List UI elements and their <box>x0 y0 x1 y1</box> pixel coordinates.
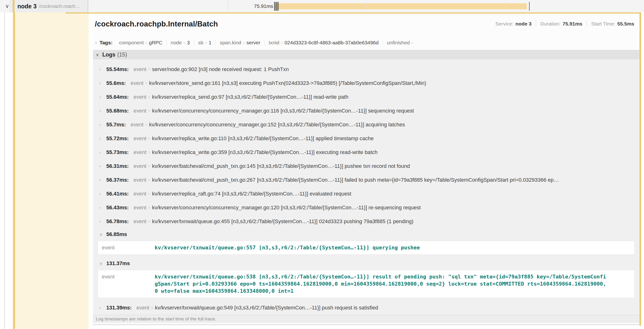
tags-label: Tags: <box>100 40 112 46</box>
span-duration-bar[interactable] <box>275 3 526 9</box>
tag-key: txnid <box>268 40 279 45</box>
left-divider <box>4 0 5 329</box>
log-field-value: kv/kvserver/concurrency/concurrency_mana… <box>149 122 405 128</box>
tag-item[interactable]: node=3 <box>166 39 194 46</box>
chevron-right-icon[interactable]: › <box>100 109 104 113</box>
log-entry-row[interactable]: ›56.31ms:event=kv/kvserver/batcheval/cmd… <box>93 159 640 173</box>
chevron-down-icon[interactable]: ∨ <box>100 261 104 266</box>
log-timestamp: 56.43ms: <box>106 204 129 211</box>
chevron-right-icon[interactable]: › <box>100 81 104 85</box>
tag-key: unfinished <box>387 40 410 45</box>
meta-separator <box>586 21 587 27</box>
span-row-tint-column <box>13 12 89 329</box>
log-field-key: event <box>134 108 146 114</box>
tag-equals: = <box>411 41 414 45</box>
log-field-key: event <box>134 204 146 211</box>
chevron-right-icon[interactable]: › <box>100 192 104 196</box>
log-field-value: kv/kvserver/txnwait/queue.go:557 [n3,s3,… <box>155 244 427 251</box>
log-keyvalue-table: eventkv/kvserver/txnwait/queue.go:557 [n… <box>98 241 635 254</box>
span-operation-name: /cockroach.roach… <box>39 4 80 9</box>
log-entry-row[interactable]: ›56.78ms:event=kv/kvserver/txnwait/queue… <box>93 214 640 228</box>
log-field-value: kv/kvserver/batcheval/cmd_push_txn.go:14… <box>152 163 410 169</box>
timeline-gridline <box>505 0 506 12</box>
chevron-right-icon[interactable]: › <box>100 178 104 182</box>
log-timestamp: 55.7ms: <box>106 122 126 128</box>
chevron-right-icon[interactable]: › <box>95 40 97 45</box>
log-entry-row[interactable]: ›55.6ms:event=kv/kvserver/store_send.go:… <box>93 76 640 90</box>
tag-value: gRPC <box>149 40 162 45</box>
chevron-down-icon[interactable]: ∨ <box>100 232 104 237</box>
log-entry-row[interactable]: ›55.73ms:event=kv/kvserver/replica_write… <box>93 146 640 159</box>
chevron-right-icon[interactable]: › <box>100 164 104 168</box>
tag-item[interactable]: txnid=024d3323-6c8f-4863-aa8b-37ab0e6349… <box>264 39 382 46</box>
log-field-value: server/node.go:902 [n3] node received re… <box>152 66 289 72</box>
log-entry-row[interactable]: ›55.54ms:event=server/node.go:902 [n3] n… <box>93 62 640 76</box>
span-service-name: node 3 <box>18 3 37 10</box>
log-field-value: kv/kvserver/txnwait/queue.go:455 [n3,s3,… <box>152 218 414 224</box>
tag-key: sb <box>198 40 203 45</box>
log-timestamp: 56.31ms: <box>106 163 129 169</box>
log-equals: = <box>148 136 150 141</box>
log-timestamp: 56.41ms: <box>106 191 129 197</box>
chevron-right-icon[interactable]: › <box>100 67 104 72</box>
tag-value: 3 <box>187 40 190 45</box>
chevron-right-icon[interactable]: › <box>100 206 104 210</box>
log-equals: = <box>148 192 150 196</box>
span-name-tab[interactable]: node 3 /cockroach.roach… <box>9 0 88 12</box>
timeline-boundary <box>228 0 228 12</box>
span-row[interactable]: ∨ node 3 /cockroach.roach… 75.91ms <box>0 0 644 12</box>
tag-value: server <box>246 40 260 45</box>
log-field-value: kv/kvserver/replica_write.go:110 [n3,s3,… <box>152 136 374 142</box>
log-equals: = <box>148 219 150 224</box>
logs-title: Logs <box>102 52 115 58</box>
chevron-right-icon[interactable]: › <box>100 219 104 224</box>
page-title: /cockroach.roachpb.Internal/Batch <box>95 20 218 28</box>
log-entry-header[interactable]: ∨56.85ms <box>93 228 640 240</box>
tag-item[interactable]: span.kind=server <box>216 39 264 46</box>
logs-list: ›55.54ms:event=server/node.go:902 [n3] n… <box>93 60 640 315</box>
chevron-right-icon[interactable]: › <box>100 95 104 99</box>
log-entry-row[interactable]: ›55.64ms:event=kv/kvserver/replica_send.… <box>93 90 640 104</box>
chevron-right-icon[interactable]: › <box>100 122 104 127</box>
chevron-down-icon[interactable]: ∨ <box>5 0 9 12</box>
log-equals: = <box>148 67 150 72</box>
tag-item[interactable]: sb=1 <box>194 39 216 46</box>
log-field-key: event <box>134 149 146 156</box>
log-entry-row[interactable]: ›55.7ms:event=kv/kvserver/concurrency/co… <box>93 118 640 132</box>
log-field-value: kv/kvserver/concurrency/concurrency_mana… <box>152 204 421 211</box>
log-field-value: kv/kvserver/batcheval/cmd_push_txn.go:26… <box>152 177 559 183</box>
log-field-value: kv/kvserver/concurrency/concurrency_mana… <box>152 108 414 114</box>
chevron-right-icon[interactable]: › <box>100 306 104 310</box>
log-entry-row[interactable]: ›56.37ms:event=kv/kvserver/batcheval/cmd… <box>93 173 640 187</box>
log-entry-row[interactable]: ›56.41ms:event=kv/kvserver/replica_raft.… <box>93 187 640 201</box>
tag-equals: = <box>243 41 245 45</box>
span-meta: Service:node 3Duration:75.91msStart Time… <box>496 21 634 27</box>
log-event-tick <box>275 2 275 11</box>
log-timestamp: 56.78ms: <box>106 218 129 224</box>
log-timestamp: 55.68ms: <box>106 108 129 114</box>
logs-section-header[interactable]: ∨ Logs (15) <box>93 50 640 60</box>
log-entry-header[interactable]: ∨131.37ms <box>93 258 640 270</box>
tag-equals: = <box>281 41 283 45</box>
log-entry-row[interactable]: ›55.72ms:event=kv/kvserver/replica_write… <box>93 132 640 146</box>
span-color-accent <box>13 12 15 329</box>
meta-value: 55.5ms <box>617 21 634 27</box>
log-equals: = <box>145 122 148 127</box>
log-field-key: event <box>130 122 144 128</box>
log-equals: = <box>151 306 153 310</box>
log-event-tick <box>278 2 278 11</box>
log-entry-row[interactable]: ›55.68ms:event=kv/kvserver/concurrency/c… <box>93 104 640 118</box>
chevron-down-icon[interactable]: ∨ <box>96 52 99 58</box>
log-timestamp: 55.54ms: <box>106 66 129 72</box>
chevron-right-icon[interactable]: › <box>100 136 104 141</box>
log-timestamp: 55.64ms: <box>106 94 129 100</box>
span-timeline[interactable]: 75.91ms <box>228 0 644 12</box>
tags-row[interactable]: › Tags: component=gRPCnode=3sb=1span.kin… <box>95 40 640 46</box>
log-field-value: kv/kvserver/txnwait/queue.go:549 [n3,s3,… <box>155 305 378 311</box>
span-detail-panel: /cockroach.roachpb.Internal/Batch Servic… <box>93 14 640 325</box>
tag-item[interactable]: component=gRPC <box>115 39 166 46</box>
tag-item[interactable]: unfinished= <box>382 39 419 46</box>
log-entry-row[interactable]: ›131.39ms:event=kv/kvserver/txnwait/queu… <box>93 301 640 315</box>
log-entry-row[interactable]: ›56.43ms:event=kv/kvserver/concurrency/c… <box>93 201 640 214</box>
chevron-right-icon[interactable]: › <box>100 150 104 154</box>
